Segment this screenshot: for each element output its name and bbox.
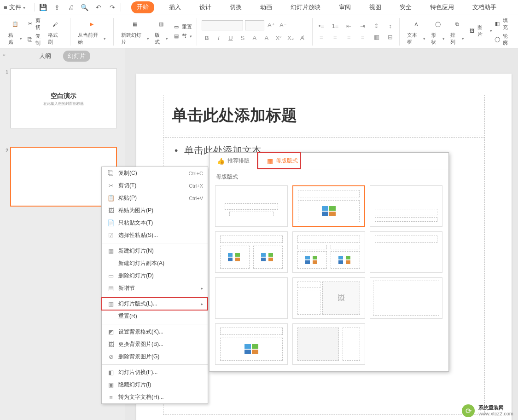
numbering-button[interactable]: 1≡ (331, 22, 339, 30)
layout-title-slide[interactable] (215, 185, 288, 227)
align-center-button[interactable]: ≡ (331, 33, 339, 41)
copy-button[interactable]: ⿻复制 (27, 33, 45, 46)
textbox-button[interactable]: A 文本框▾ (404, 16, 428, 47)
bullets-button[interactable]: •≡ (317, 22, 326, 30)
context-menu-item[interactable]: 🖼更换背景图片(B)... (102, 338, 208, 351)
bold-button[interactable]: B (202, 33, 212, 43)
align-right-button[interactable]: ≡ (345, 33, 353, 41)
context-menu-item[interactable]: ▦新建幻灯片(N) (102, 245, 208, 257)
file-menu[interactable]: ≡ 文件 ▾ (4, 3, 25, 12)
redo-icon[interactable]: ↷ (109, 4, 116, 11)
collapse-icon[interactable]: « (3, 52, 6, 58)
cut-button[interactable]: ✂剪切 (27, 17, 45, 31)
highlight-button[interactable]: A (262, 33, 272, 43)
context-menu-item[interactable]: 新建幻灯片副本(A) (102, 257, 208, 270)
context-menu-item[interactable]: ▭删除幻灯片(D) (102, 270, 208, 282)
tab-design[interactable]: 设计 (196, 1, 215, 13)
indent-inc-button[interactable]: ⇥ (359, 22, 367, 30)
font-color-button[interactable]: A (250, 33, 260, 43)
context-menu-item[interactable]: ≡转为文字文档(H)... (102, 391, 208, 403)
context-menu-item[interactable]: 📋粘贴(P)Ctrl+V (102, 192, 208, 204)
divider (121, 3, 121, 12)
tab-view[interactable]: 视图 (366, 1, 385, 13)
font-size-select[interactable] (245, 20, 264, 30)
indent-dec-button[interactable]: ⇤ (345, 22, 353, 30)
subscript-button[interactable]: X₂ (285, 33, 296, 43)
align-justify-button[interactable]: ≡ (359, 33, 367, 41)
format-painter-button[interactable]: 🖌 格式刷 (45, 16, 65, 47)
tab-animation[interactable]: 动画 (256, 1, 276, 13)
superscript-button[interactable]: X² (274, 33, 284, 43)
save-icon[interactable]: 💾 (40, 4, 47, 11)
text-direction-button[interactable]: ↕ (386, 22, 395, 30)
layout-label: 版式 (155, 32, 164, 46)
outline-tab[interactable]: 大纲 (35, 51, 56, 62)
play-from-current-button[interactable]: ▶ 从当前开始▾ (75, 16, 109, 47)
master-layout-tab[interactable]: ▦ 母版版式 (265, 157, 300, 165)
tab-features[interactable]: 特色应用 (426, 1, 458, 13)
context-menu-item[interactable]: ⊘删除背景图片(G) (102, 351, 208, 363)
columns-button[interactable]: ▥ (372, 33, 381, 41)
font-family-select[interactable] (202, 20, 243, 30)
underline-button[interactable]: U (226, 33, 236, 43)
tab-slideshow[interactable]: 幻灯片放映 (287, 1, 324, 13)
line-spacing-button[interactable]: ⇕ (372, 22, 381, 30)
context-menu-item[interactable]: ⿻复制(C)Ctrl+C (102, 167, 208, 179)
context-menu-item[interactable]: ▥幻灯片版式(L)...▸ (102, 298, 208, 310)
tab-dochelper[interactable]: 文档助手 (469, 1, 500, 13)
tab-insert[interactable]: 插入 (165, 1, 185, 13)
tab-review[interactable]: 审阅 (335, 1, 355, 13)
context-menu-item[interactable]: 重置(R) (102, 310, 208, 322)
menu-item-icon: 📄 (106, 219, 116, 226)
clear-format-button[interactable]: A̸ (297, 33, 308, 43)
context-menu-item[interactable]: 📄只粘贴文本(T) (102, 217, 208, 229)
new-slide-button[interactable]: ▦ 新建幻灯片▾ (118, 16, 151, 47)
context-menu-item[interactable]: ✂剪切(T)Ctrl+X (102, 179, 208, 192)
layout-vertical-text[interactable] (215, 323, 288, 365)
align-vert-button[interactable]: ⊟ (386, 33, 395, 41)
layout-vertical-title[interactable] (292, 323, 365, 365)
strike-button[interactable]: S (238, 33, 248, 43)
layout-two-content[interactable] (215, 231, 288, 273)
align-left-button[interactable]: ≡ (317, 33, 326, 41)
layout-content-caption[interactable]: 🖼 (292, 277, 365, 319)
context-menu-item[interactable]: ◩设置背景格式(K)... (102, 326, 208, 338)
recommended-layout-tab[interactable]: 👍 推荐排版 (215, 157, 251, 165)
picture-button[interactable]: 🖼图片▾ (469, 24, 492, 38)
context-menu-item[interactable]: ◧幻灯片切换(F)... (102, 366, 208, 379)
paste-button[interactable]: 📋 粘贴▾ (6, 16, 25, 47)
italic-button[interactable]: I (214, 33, 224, 43)
tab-transition[interactable]: 切换 (226, 1, 245, 13)
context-menu-item[interactable]: ☑选择性粘贴(S)... (102, 229, 208, 242)
preview-icon[interactable]: 🔍 (81, 4, 88, 11)
section-button[interactable]: ▤节▾ (173, 33, 192, 40)
tab-start[interactable]: 开始 (131, 1, 154, 13)
context-menu-item[interactable]: ▤新增节▸ (102, 282, 208, 294)
context-menu-item[interactable]: ▣隐藏幻灯片(I) (102, 379, 208, 391)
outline-button[interactable]: ◯轮廓 (494, 33, 512, 46)
fill-button[interactable]: ◧填充 (494, 17, 512, 31)
menu-item-label: 转为文字文档(H)... (118, 393, 203, 401)
shape-button[interactable]: ◯ 形状▾ (428, 16, 448, 47)
layout-title-content[interactable] (292, 185, 365, 227)
format-painter-label: 格式刷 (48, 32, 63, 46)
decrease-font-icon[interactable]: A⁻ (278, 20, 288, 30)
layout-blank[interactable] (215, 277, 288, 319)
increase-font-icon[interactable]: A⁺ (266, 20, 276, 30)
print-icon[interactable]: 🖨 (67, 4, 75, 11)
arrange-button[interactable]: ⧉ 排列▾ (448, 16, 467, 47)
title-placeholder[interactable]: 单击此处添加标题 (163, 95, 485, 136)
layout-button[interactable]: ▥ 版式▾ (152, 16, 171, 47)
context-menu-item[interactable]: 🖼粘贴为图片(P) (102, 204, 208, 217)
layout-section-header[interactable] (370, 185, 442, 227)
reset-button[interactable]: ▭重置 (173, 23, 192, 31)
undo-icon[interactable]: ↶ (95, 4, 102, 11)
slides-tab[interactable]: 幻灯片 (63, 51, 90, 62)
layout-title-only[interactable] (370, 231, 442, 273)
layout-picture-caption[interactable] (370, 277, 442, 319)
tab-security[interactable]: 安全 (396, 1, 415, 13)
play-icon: ▶ (85, 18, 98, 31)
slide-thumbnail-1[interactable]: 空白演示 在此输入您的封面副标题 (10, 69, 117, 128)
export-icon[interactable]: ⇪ (53, 4, 61, 11)
layout-comparison[interactable] (292, 231, 365, 273)
